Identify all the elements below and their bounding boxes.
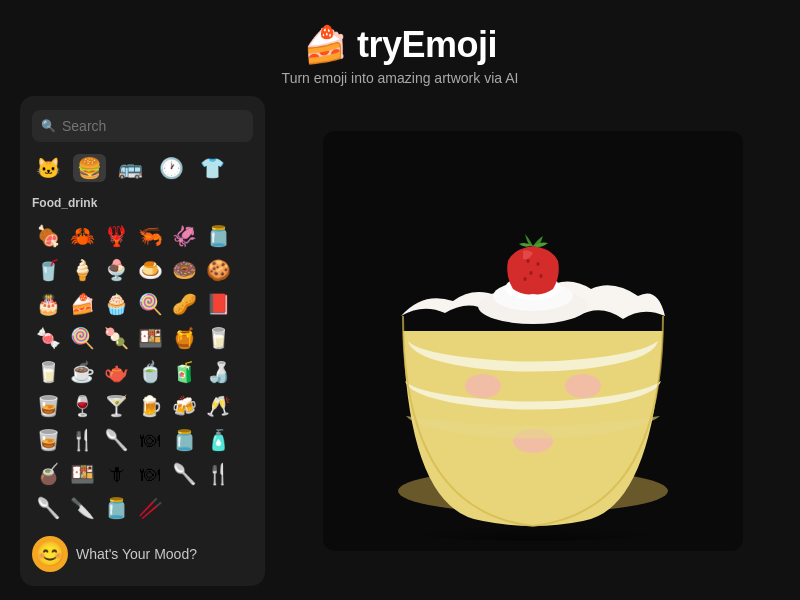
emoji-item[interactable]: 🥂 [202, 390, 234, 422]
emoji-item[interactable]: 🍭 [66, 322, 98, 354]
emoji-item[interactable]: 🥃 [32, 390, 64, 422]
emoji-item[interactable]: 🥛 [32, 356, 64, 388]
emoji-item[interactable]: 🍺 [134, 390, 166, 422]
emoji-item[interactable]: 🧴 [202, 424, 234, 456]
app-title: 🍰 tryEmoji [0, 24, 800, 66]
emoji-item[interactable]: 🫙 [168, 424, 200, 456]
emoji-item[interactable]: 🔪 [66, 492, 98, 522]
emoji-item[interactable]: 🍩 [168, 254, 200, 286]
svg-point-11 [539, 274, 542, 278]
title-text: tryEmoji [347, 24, 497, 65]
emoji-item[interactable]: 🥄 [100, 424, 132, 456]
emoji-item[interactable]: 🥃 [32, 424, 64, 456]
emoji-item[interactable]: 🫖 [100, 356, 132, 388]
cake-svg [323, 131, 743, 551]
emoji-item[interactable]: 🥛 [202, 322, 234, 354]
emoji-item[interactable]: 🥢 [134, 492, 166, 522]
emoji-item[interactable]: 🧉 [32, 458, 64, 490]
emoji-item[interactable]: 🍽 [134, 458, 166, 490]
emoji-item[interactable]: 🍱 [134, 322, 166, 354]
svg-point-13 [383, 511, 683, 541]
emoji-item[interactable]: 🍸 [100, 390, 132, 422]
emoji-item[interactable]: 🍮 [134, 254, 166, 286]
emoji-item[interactable]: 🍴 [66, 424, 98, 456]
category-travel[interactable]: 🚌 [114, 154, 147, 182]
emoji-item[interactable]: 🥤 [32, 254, 64, 286]
emoji-item[interactable]: 🍪 [202, 254, 234, 286]
emoji-item[interactable]: 🍷 [66, 390, 98, 422]
svg-point-3 [565, 374, 601, 398]
category-time[interactable]: 🕐 [155, 154, 188, 182]
emoji-item[interactable]: 🍴 [202, 458, 234, 490]
search-icon: 🔍 [41, 119, 56, 133]
category-row: 🐱 🍔 🚌 🕐 👕 [32, 152, 253, 184]
emoji-item[interactable]: 🥜 [168, 288, 200, 320]
emoji-item[interactable]: 🍦 [66, 254, 98, 286]
svg-point-2 [465, 374, 501, 398]
svg-point-10 [529, 271, 532, 275]
main-layout: 🔍 🐱 🍔 🚌 🕐 👕 Food_drink 🍖🦀🦞🦐🦑🫙🥤🍦🍨🍮🍩🍪🎂🍰🧁🍭🥜… [0, 96, 800, 586]
emoji-item[interactable]: 🎂 [32, 288, 64, 320]
mood-bar[interactable]: 😊 What's Your Mood? [32, 536, 253, 572]
search-container: 🔍 [32, 110, 253, 142]
svg-point-12 [523, 277, 526, 281]
emoji-item[interactable]: 🍯 [168, 322, 200, 354]
emoji-item[interactable]: 🍵 [134, 356, 166, 388]
emoji-item[interactable]: 🍖 [32, 220, 64, 252]
cake-artwork [323, 131, 743, 551]
emoji-item[interactable]: 🍽 [134, 424, 166, 456]
emoji-item[interactable]: 🦐 [134, 220, 166, 252]
emoji-item[interactable]: 📕 [202, 288, 234, 320]
emoji-item[interactable]: 🍨 [100, 254, 132, 286]
svg-point-8 [526, 259, 529, 263]
emoji-item[interactable]: 🦞 [100, 220, 132, 252]
emoji-item[interactable]: 🧃 [168, 356, 200, 388]
app-subtitle: Turn emoji into amazing artwork via AI [0, 70, 800, 86]
search-input[interactable] [32, 110, 253, 142]
mood-label: What's Your Mood? [76, 546, 197, 562]
section-label: Food_drink [32, 196, 253, 210]
emoji-item[interactable]: 🫙 [202, 220, 234, 252]
category-food[interactable]: 🍔 [73, 154, 106, 182]
emoji-item[interactable]: ☕ [66, 356, 98, 388]
emoji-item[interactable]: 🫙 [100, 492, 132, 522]
category-clothing[interactable]: 👕 [196, 154, 229, 182]
emoji-item[interactable]: 🧁 [100, 288, 132, 320]
emoji-item[interactable]: 🥄 [32, 492, 64, 522]
emoji-grid: 🍖🦀🦞🦐🦑🫙🥤🍦🍨🍮🍩🍪🎂🍰🧁🍭🥜📕🍬🍭🍡🍱🍯🥛🥛☕🫖🍵🧃🍶🥃🍷🍸🍺🍻🥂🥃🍴🥄🍽… [32, 220, 253, 522]
emoji-item[interactable]: 🦀 [66, 220, 98, 252]
image-area [285, 96, 780, 586]
emoji-item[interactable]: 🍰 [66, 288, 98, 320]
emoji-item[interactable]: 🍻 [168, 390, 200, 422]
app-header: 🍰 tryEmoji Turn emoji into amazing artwo… [0, 0, 800, 96]
emoji-item[interactable]: 🍶 [202, 356, 234, 388]
emoji-item[interactable]: 🗡 [100, 458, 132, 490]
emoji-item[interactable]: 🍭 [134, 288, 166, 320]
category-animals[interactable]: 🐱 [32, 154, 65, 182]
emoji-item[interactable]: 🍱 [66, 458, 98, 490]
emoji-item[interactable]: 🥄 [168, 458, 200, 490]
title-emoji: 🍰 [303, 24, 348, 65]
sidebar-panel: 🔍 🐱 🍔 🚌 🕐 👕 Food_drink 🍖🦀🦞🦐🦑🫙🥤🍦🍨🍮🍩🍪🎂🍰🧁🍭🥜… [20, 96, 265, 586]
emoji-item[interactable]: 🍡 [100, 322, 132, 354]
emoji-item[interactable]: 🍬 [32, 322, 64, 354]
emoji-item[interactable]: 🦑 [168, 220, 200, 252]
svg-point-9 [536, 262, 539, 266]
mood-emoji: 😊 [32, 536, 68, 572]
